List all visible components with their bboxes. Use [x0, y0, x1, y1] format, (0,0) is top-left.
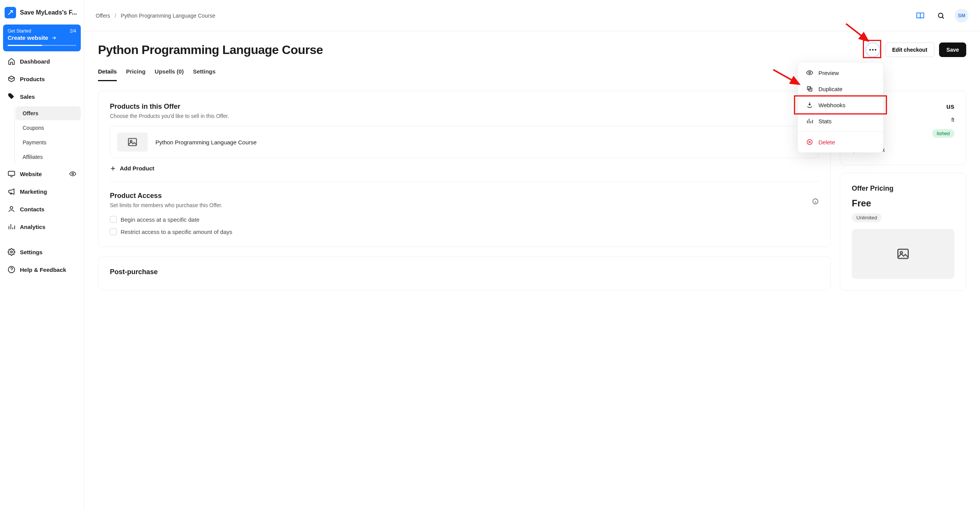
offer-image-placeholder[interactable]: [852, 229, 954, 279]
nav-settings-label: Settings: [20, 249, 42, 255]
nav-marketing[interactable]: Marketing: [3, 184, 81, 199]
nav-sales[interactable]: Sales: [3, 89, 81, 104]
nav-settings[interactable]: Settings: [3, 244, 81, 260]
nav-analytics-label: Analytics: [20, 224, 46, 230]
products-card-title: Products in this Offer: [110, 103, 819, 111]
offer-pricing-title: Offer Pricing: [852, 185, 954, 193]
breadcrumb-separator: /: [115, 13, 116, 19]
tag-icon: [8, 93, 15, 100]
nav-website-label: Website: [20, 171, 42, 177]
svg-point-1: [72, 173, 74, 175]
svg-point-2: [10, 206, 13, 209]
edit-checkout-button[interactable]: Edit checkout: [885, 42, 935, 57]
products-card-sub: Choose the Products you'd like to sell i…: [110, 113, 819, 119]
add-product-label: Add Product: [120, 165, 154, 172]
breadcrumb: Offers / Python Programming Language Cou…: [96, 13, 215, 19]
offer-pricing-badge: Unlimited: [852, 213, 882, 222]
main: Offers / Python Programming Language Cou…: [84, 0, 980, 510]
stats-icon: [806, 118, 813, 124]
menu-preview-label: Preview: [818, 70, 839, 76]
add-product-button[interactable]: Add Product: [110, 165, 819, 172]
gear-icon: [8, 248, 15, 256]
breadcrumb-current: Python Programming Language Course: [121, 13, 216, 19]
nav-dashboard-label: Dashboard: [20, 58, 50, 65]
svg-point-3: [11, 251, 13, 253]
tab-upsells[interactable]: Upsells (0): [155, 68, 184, 81]
svg-rect-15: [898, 249, 908, 258]
megaphone-icon: [8, 188, 15, 195]
nav-marketing-label: Marketing: [20, 188, 47, 195]
products-card: Products in this Offer Choose the Produc…: [98, 91, 831, 247]
restrict-access-row[interactable]: Restrict access to a specific amount of …: [110, 228, 819, 235]
svg-rect-0: [8, 171, 15, 175]
avatar[interactable]: SM: [955, 9, 969, 23]
workspace-switcher[interactable]: Save MyLeads's F...: [3, 5, 81, 22]
offer-price: Free: [852, 198, 954, 209]
tab-pricing[interactable]: Pricing: [126, 68, 145, 81]
tab-settings[interactable]: Settings: [193, 68, 216, 81]
more-actions-menu: Preview Duplicate Webhooks: [797, 62, 884, 153]
menu-webhooks[interactable]: Webhooks: [798, 97, 883, 113]
box-icon: [8, 75, 15, 83]
webhook-icon: [806, 101, 813, 108]
workspace-title: Save MyLeads's F...: [20, 9, 77, 16]
breadcrumb-root[interactable]: Offers: [96, 13, 110, 19]
progress-bar: [8, 45, 76, 46]
svg-point-5: [938, 13, 943, 18]
nav-payments[interactable]: Payments: [16, 136, 81, 149]
ellipsis-icon: [869, 49, 876, 51]
nav-affiliates[interactable]: Affiliates: [16, 150, 81, 164]
get-started-card[interactable]: Get Started 2/4 Create website: [3, 25, 81, 51]
begin-access-label: Begin access at a specific date: [121, 216, 199, 223]
begin-access-checkbox[interactable]: [110, 216, 117, 223]
monitor-icon: [8, 170, 15, 178]
status-draft-label: ft: [951, 117, 954, 123]
menu-duplicate-label: Duplicate: [818, 86, 843, 92]
nav-products[interactable]: Products: [3, 71, 81, 87]
home-icon: [8, 57, 15, 65]
nav-analytics[interactable]: Analytics: [3, 219, 81, 234]
menu-separator: [798, 131, 883, 132]
info-icon[interactable]: [812, 198, 819, 205]
menu-stats-label: Stats: [818, 118, 831, 124]
topbar: Offers / Python Programming Language Cou…: [84, 0, 980, 31]
eye-icon: [806, 69, 813, 76]
offer-pricing-card: Offer Pricing Free Unlimited: [840, 173, 966, 291]
svg-point-6: [809, 72, 811, 74]
nav-contacts[interactable]: Contacts: [3, 201, 81, 217]
menu-webhooks-label: Webhooks: [818, 102, 846, 108]
more-actions-button[interactable]: [865, 42, 880, 57]
tab-details[interactable]: Details: [98, 68, 117, 81]
logo-icon: [5, 7, 16, 18]
arrow-right-icon: [51, 35, 57, 41]
nav-website[interactable]: Website: [3, 166, 81, 181]
sidebar: Save MyLeads's F... Get Started 2/4 Crea…: [0, 0, 84, 510]
docs-icon[interactable]: [913, 9, 927, 23]
help-icon: [8, 266, 15, 273]
header-actions: Edit checkout Save Preview Duplicate: [865, 42, 967, 57]
begin-access-row[interactable]: Begin access at a specific date: [110, 216, 819, 223]
menu-stats[interactable]: Stats: [798, 113, 883, 129]
user-icon: [8, 205, 15, 213]
post-purchase-title: Post-purchase: [110, 268, 819, 276]
restrict-access-label: Restrict access to a specific amount of …: [121, 229, 232, 235]
nav-dashboard[interactable]: Dashboard: [3, 54, 81, 69]
eye-icon[interactable]: [69, 170, 76, 177]
nav-sales-sub: Offers Coupons Payments Affiliates: [15, 106, 81, 164]
nav-help[interactable]: Help & Feedback: [3, 262, 81, 277]
product-row[interactable]: Python Programming Language Course: [110, 126, 819, 158]
svg-rect-12: [129, 139, 137, 146]
copy-icon: [806, 85, 813, 92]
menu-preview[interactable]: Preview: [798, 65, 883, 81]
nav-products-label: Products: [20, 76, 45, 82]
save-button[interactable]: Save: [939, 42, 966, 57]
restrict-access-checkbox[interactable]: [110, 228, 117, 235]
search-icon[interactable]: [934, 9, 948, 23]
menu-duplicate[interactable]: Duplicate: [798, 81, 883, 97]
nav-offers[interactable]: Offers: [16, 106, 81, 120]
nav-sales-label: Sales: [20, 93, 35, 100]
access-card-title: Product Access: [110, 192, 222, 200]
menu-delete-label: Delete: [818, 139, 835, 145]
menu-delete[interactable]: Delete: [798, 134, 883, 150]
nav-coupons[interactable]: Coupons: [16, 121, 81, 135]
